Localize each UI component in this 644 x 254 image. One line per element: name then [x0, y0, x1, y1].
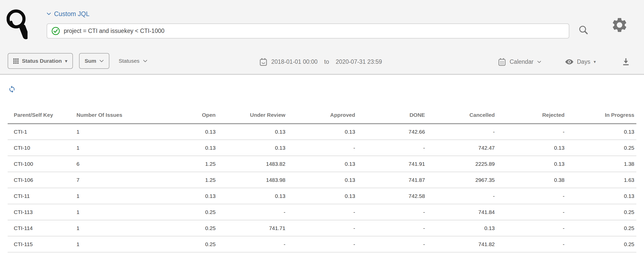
- value-cell: 6: [76, 156, 148, 172]
- issue-key-cell: CTI-100: [8, 156, 76, 172]
- value-cell: -: [287, 204, 357, 220]
- settings-gear-icon[interactable]: [611, 16, 628, 34]
- value-cell: -: [357, 204, 427, 220]
- value-cell: 1: [76, 188, 148, 204]
- value-cell: 0.13: [218, 140, 288, 156]
- issue-key-cell: CTI-114: [8, 220, 76, 236]
- value-cell: 0.13: [287, 172, 357, 188]
- table-header-row: Parent/Self KeyNumber Of IssuesOpenUnder…: [8, 107, 636, 124]
- value-cell: 0.13: [287, 188, 357, 204]
- value-cell: -: [218, 204, 288, 220]
- eye-icon: [565, 59, 574, 65]
- column-header: Number Of Issues: [76, 107, 148, 124]
- value-cell: -: [497, 236, 567, 252]
- issue-key-cell: CTI-1: [8, 124, 76, 140]
- value-cell: 741.71: [218, 220, 288, 236]
- value-cell: -: [357, 220, 427, 236]
- value-cell: 742.58: [357, 188, 427, 204]
- value-cell: 1.38: [566, 156, 636, 172]
- export-download-icon[interactable]: [621, 57, 631, 67]
- value-cell: -: [287, 220, 357, 236]
- value-cell: 0.13: [218, 188, 288, 204]
- chevron-down-icon: [99, 60, 104, 62]
- value-cell: 1483.98: [218, 172, 288, 188]
- value-cell: 741.84: [427, 204, 497, 220]
- table-row: CTI-11510.25---741.82-0.25: [8, 236, 636, 252]
- table-row: CTI-10671.251483.980.13741.872967.350.38…: [8, 172, 636, 188]
- value-cell: 0.13: [148, 188, 218, 204]
- value-cell: 0.25: [566, 236, 636, 252]
- table-row: CTI-10061.251483.820.13741.912225.890.13…: [8, 156, 636, 172]
- value-cell: 1.63: [566, 172, 636, 188]
- value-cell: 742.66: [357, 124, 427, 140]
- value-cell: 741.87: [357, 172, 427, 188]
- unit-dropdown[interactable]: Days ▾: [565, 50, 596, 74]
- value-cell: 0.25: [566, 220, 636, 236]
- value-cell: 0.25: [148, 236, 218, 252]
- table-row: CTI-1110.130.130.13742.58--0.13: [8, 188, 636, 204]
- value-cell: 0.13: [566, 188, 636, 204]
- value-cell: -: [357, 140, 427, 156]
- value-cell: 0.13: [497, 156, 567, 172]
- report-type-label: Status Duration: [22, 58, 62, 64]
- value-cell: 741.91: [357, 156, 427, 172]
- table-row: CTI-110.130.130.13742.66--0.13: [8, 124, 636, 140]
- custom-jql-label: Custom JQL: [54, 10, 89, 18]
- value-cell: 742.47: [427, 140, 497, 156]
- calendar-icon: [260, 58, 267, 66]
- value-cell: 1.25: [148, 172, 218, 188]
- statuses-label: Statuses: [119, 58, 139, 64]
- value-cell: 0.38: [497, 172, 567, 188]
- value-cell: 1: [76, 220, 148, 236]
- column-header: Rejected: [497, 107, 567, 124]
- value-cell: 2225.89: [427, 156, 497, 172]
- value-cell: 1: [76, 124, 148, 140]
- value-cell: -: [218, 236, 288, 252]
- column-header: Approved: [287, 107, 357, 124]
- view-mode-dropdown[interactable]: Calendar: [498, 50, 541, 74]
- date-from: 2018-01-01 00:00: [271, 58, 318, 65]
- value-cell: -: [287, 236, 357, 252]
- statuses-dropdown[interactable]: Statuses: [119, 58, 147, 64]
- value-cell: -: [357, 236, 427, 252]
- table-row: CTI-11310.25---741.84-0.25: [8, 204, 636, 220]
- calendar-grid-icon: [498, 58, 506, 66]
- jql-valid-check-icon: [51, 27, 60, 35]
- value-cell: 1483.82: [218, 156, 288, 172]
- search-icon: [578, 24, 589, 36]
- view-mode-label: Calendar: [510, 58, 533, 65]
- report-type-button[interactable]: Status Duration ▾: [8, 53, 73, 69]
- value-cell: 0.25: [566, 204, 636, 220]
- app-logo-magnifier-icon: [7, 7, 28, 43]
- chevron-down-icon: [47, 12, 51, 15]
- issue-key-cell: CTI-113: [8, 204, 76, 220]
- value-cell: 0.25: [566, 140, 636, 156]
- jql-input[interactable]: project = CTI and issuekey < CTI-1000: [47, 23, 569, 39]
- search-button[interactable]: [578, 24, 589, 36]
- value-cell: -: [497, 204, 567, 220]
- value-cell: 0.25: [148, 220, 218, 236]
- chevron-down-icon: [537, 61, 541, 63]
- value-cell: 0.13: [148, 124, 218, 140]
- custom-jql-toggle[interactable]: Custom JQL: [47, 10, 89, 18]
- value-cell: -: [497, 188, 567, 204]
- chevron-down-icon: [143, 60, 147, 62]
- date-to: 2020-07-31 23:59: [336, 58, 382, 65]
- value-cell: -: [287, 140, 357, 156]
- table-row: CTI-11410.25741.71--0.13-0.25: [8, 220, 636, 236]
- value-cell: 0.13: [566, 124, 636, 140]
- column-header: Under Review: [218, 107, 288, 124]
- issue-key-cell: CTI-106: [8, 172, 76, 188]
- value-cell: 1: [76, 236, 148, 252]
- value-cell: 0.13: [148, 140, 218, 156]
- value-cell: -: [497, 124, 567, 140]
- issue-key-cell: CTI-115: [8, 236, 76, 252]
- value-cell: 0.13: [218, 124, 288, 140]
- date-range-separator: to: [324, 58, 329, 65]
- aggregation-button[interactable]: Sum: [79, 53, 110, 69]
- value-cell: 0.25: [148, 204, 218, 220]
- date-range-picker[interactable]: 2018-01-01 00:00 to 2020-07-31 23:59: [260, 50, 382, 74]
- value-cell: -: [427, 188, 497, 204]
- refresh-icon[interactable]: [8, 85, 16, 93]
- value-cell: 1.25: [148, 156, 218, 172]
